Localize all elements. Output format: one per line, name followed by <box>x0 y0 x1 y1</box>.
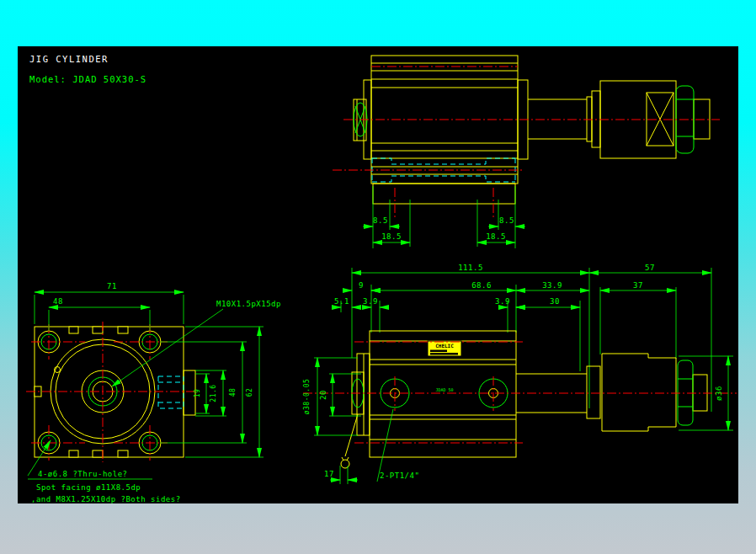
dim-48-top: 48 <box>53 297 63 306</box>
dim-62: 62 <box>246 388 253 397</box>
dim-8-5-right: 8.5 <box>499 216 514 225</box>
plan-dimension-rows: 111.5 57 9 68.6 33.9 37 5.1 3.9 3.9 30 <box>333 264 711 412</box>
top-view-outline <box>354 56 710 204</box>
dim-3-9-left: 3.9 <box>363 297 378 306</box>
dim-57: 57 <box>645 264 655 272</box>
port-callout: 2-PT1/4" <box>380 471 419 480</box>
front-view: 71 48 19 21.6 48 62 M10X1.5pX15dp 4-ø6.8… <box>26 282 281 503</box>
dim-21-6: 21.6 <box>210 384 217 402</box>
side-view-outline <box>345 331 707 457</box>
front-port-hidden-lines <box>158 376 184 408</box>
sticker-brand-text: CHELIC <box>435 343 454 349</box>
dim-18-5-left: 18.5 <box>381 232 402 241</box>
dim-5-1: 5.1 <box>334 297 349 306</box>
drawing-model: Model: JDAD 50X30-S <box>29 74 146 84</box>
hole-note-line3: ,and M8X1.25X10dp ?Both sides? <box>31 495 181 503</box>
front-view-dimensions <box>28 292 264 479</box>
side-view-centerlines <box>303 342 737 443</box>
hole-note-line2: Spot facing ø11X8.5dp <box>36 483 141 492</box>
dim-111-5: 111.5 <box>458 264 483 272</box>
brand-sticker: CHELIC <box>428 341 461 356</box>
drawing-title: JIG CYLINDER <box>29 54 109 64</box>
hole-note-line1: 4-ø6.8 ?Thru-hole? <box>38 470 128 478</box>
dim-71: 71 <box>107 282 117 290</box>
cad-canvas: JIG CYLINDER Model: JDAD 50X30-S <box>18 46 738 503</box>
title-block: JIG CYLINDER Model: JDAD 50X30-S <box>29 54 146 84</box>
plan-dim-lines <box>333 268 711 412</box>
dim-17: 17 <box>324 470 334 478</box>
cad-drawing: JIG CYLINDER Model: JDAD 50X30-S <box>18 46 738 503</box>
dim-38: ø38-0.05 <box>303 379 311 415</box>
front-view-centerlines <box>26 322 196 462</box>
dim-68-6: 68.6 <box>471 281 492 290</box>
dim-8-5-left: 8.5 <box>373 216 388 225</box>
dim-48-right: 48 <box>229 388 237 397</box>
dim-33-9: 33.9 <box>542 281 562 290</box>
wrench-symbol <box>341 457 349 468</box>
front-view-green-parts <box>41 334 157 450</box>
dim-37: 37 <box>633 281 643 290</box>
dim-30: 30 <box>550 297 560 306</box>
dim-20: 20 <box>319 390 327 400</box>
dim-9: 9 <box>359 281 364 290</box>
viewer-background: JIG CYLINDER Model: JDAD 50X30-S <box>0 0 756 554</box>
dim-19: 19 <box>194 389 201 398</box>
thread-callout: M10X1.5pX15dp <box>216 300 281 308</box>
side-view-dimensions <box>314 356 733 484</box>
dim-36: ø36 <box>715 386 723 401</box>
model-tag-text: JDAD 50 <box>435 387 453 392</box>
side-view: CHELIC JDAD 50 <box>303 331 737 484</box>
top-view: 8.5 18.5 8.5 18.5 <box>333 56 720 248</box>
dim-18-5-right: 18.5 <box>486 232 506 241</box>
dim-3-9-right: 3.9 <box>495 297 510 306</box>
